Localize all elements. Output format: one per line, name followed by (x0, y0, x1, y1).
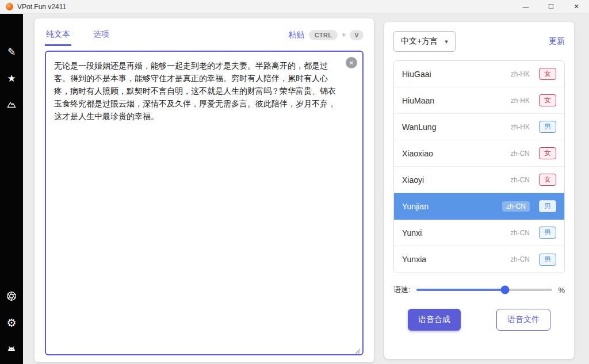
titlebar: VPot.Fun v2411 — ☐ ✕ (0, 0, 589, 14)
action-buttons: 语音合成 语音文件 (393, 309, 565, 331)
voice-row[interactable]: HiuMaan zh-HK 女 (394, 87, 564, 114)
language-select[interactable]: 中文+方言 ▾ (393, 31, 456, 52)
chevron-down-icon: ▾ (445, 38, 448, 45)
voice-list: HiuGaai zh-HK 女 HiuMaan zh-HK 女 WanLung … (393, 60, 565, 273)
voice-gender-badge: 男 (539, 227, 556, 239)
tab-options[interactable]: 选项 (92, 24, 110, 46)
voice-gender-badge: 男 (539, 254, 556, 266)
voice-locale-badge: zh-CN (510, 255, 530, 263)
editor-header: 纯文本 选项 粘贴 CTRL + V (45, 24, 364, 46)
sidebar-bottom-group: ⚙ (5, 290, 18, 355)
app-window: VPot.Fun v2411 — ☐ ✕ ✎ ★ ⚙ (0, 0, 589, 364)
speed-unit: % (558, 286, 565, 294)
voice-gender-badge: 女 (539, 94, 556, 106)
window-title: VPot.Fun v2411 (17, 3, 66, 11)
sidebar: ✎ ★ ⚙ (0, 14, 23, 364)
voice-panel-header: 中文+方言 ▾ 更新 (393, 31, 565, 52)
paste-button[interactable]: 粘贴 (289, 30, 305, 40)
voice-name: HiuGaai (402, 70, 431, 79)
android-icon[interactable] (5, 343, 18, 355)
minimize-button[interactable]: — (513, 0, 538, 13)
window-controls: — ☐ ✕ (513, 0, 589, 13)
voice-locale-badge: zh-CN (510, 150, 530, 158)
aperture-icon[interactable] (5, 290, 18, 302)
resize-grip-icon[interactable] (354, 346, 361, 352)
pen-icon[interactable]: ✎ (5, 46, 18, 58)
text-input[interactable]: 无论是一段婚姻还是再婚，能够一起走到老的才是夫妻。半路离开的，都是过客。得到的不… (46, 52, 362, 354)
voice-locale-badge: zh-HK (511, 97, 530, 105)
update-link[interactable]: 更新 (549, 36, 565, 47)
tab-plain-text[interactable]: 纯文本 (45, 24, 71, 46)
voice-gender-badge: 女 (539, 147, 556, 159)
synthesize-button[interactable]: 语音合成 (408, 309, 461, 331)
voice-row[interactable]: Yunxi zh-CN 男 (394, 220, 564, 246)
clear-text-icon[interactable]: ✕ (346, 57, 357, 68)
voice-file-button[interactable]: 语音文件 (496, 309, 550, 331)
voice-name: Xiaoyi (402, 175, 424, 185)
main-content: 纯文本 选项 粘贴 CTRL + V 无论是一段婚姻还是再婚，能够一起走到老的才… (23, 14, 589, 364)
voice-gender-badge: 女 (539, 174, 556, 186)
voice-name: Xiaoxiao (402, 149, 433, 158)
speed-slider[interactable] (416, 289, 553, 291)
voice-locale-badge: zh-CN (510, 229, 530, 237)
paste-group: 粘贴 CTRL + V (289, 30, 364, 40)
speed-slider-fill (416, 289, 505, 291)
voice-panel: 中文+方言 ▾ 更新 HiuGaai zh-HK 女 HiuMaan zh-HK… (384, 22, 574, 359)
voice-row[interactable]: Yunjian zh-CN 男 (394, 193, 564, 220)
voice-gender-badge: 女 (539, 68, 556, 80)
v-key-chip: V (350, 30, 364, 40)
mountain-icon[interactable] (5, 99, 18, 110)
voice-name: Yunxi (402, 228, 422, 237)
voice-locale-badge: zh-HK (511, 123, 530, 131)
text-input-container: 无论是一段婚姻还是再婚，能够一起走到老的才是夫妻。半路离开的，都是过客。得到的不… (45, 51, 364, 355)
voice-row[interactable]: Xiaoxiao zh-CN 女 (394, 140, 564, 167)
maximize-button[interactable]: ☐ (538, 0, 564, 13)
voice-row[interactable]: Yunxia zh-CN 男 (394, 246, 564, 273)
plus-separator: + (342, 31, 346, 39)
voice-row[interactable]: Xiaoyi zh-CN 女 (394, 167, 564, 193)
voice-locale-badge: zh-HK (511, 70, 530, 78)
voice-row[interactable]: HiuGaai zh-HK 女 (394, 61, 564, 87)
voice-gender-badge: 男 (539, 121, 556, 133)
app-logo-icon (6, 3, 13, 10)
speed-slider-thumb[interactable] (500, 286, 509, 294)
voice-name: Yunjian (402, 202, 429, 211)
star-icon[interactable]: ★ (5, 72, 18, 84)
voice-row[interactable]: WanLung zh-HK 男 (394, 114, 564, 140)
voice-name: Yunxia (402, 255, 426, 264)
voice-locale-badge: zh-CN (510, 176, 530, 184)
speed-control: 语速: % (393, 285, 565, 295)
voice-name: WanLung (402, 122, 436, 132)
voice-locale-badge: zh-CN (502, 201, 530, 212)
voice-gender-badge: 男 (539, 200, 556, 212)
speed-label: 语速: (393, 285, 411, 295)
ctrl-key-chip: CTRL (309, 30, 338, 40)
voice-name: HiuMaan (402, 96, 434, 105)
close-button[interactable]: ✕ (564, 0, 589, 13)
editor-panel: 纯文本 选项 粘贴 CTRL + V 无论是一段婚姻还是再婚，能够一起走到老的才… (35, 18, 374, 362)
language-select-value: 中文+方言 (401, 36, 438, 47)
gear-icon[interactable]: ⚙ (5, 317, 18, 328)
